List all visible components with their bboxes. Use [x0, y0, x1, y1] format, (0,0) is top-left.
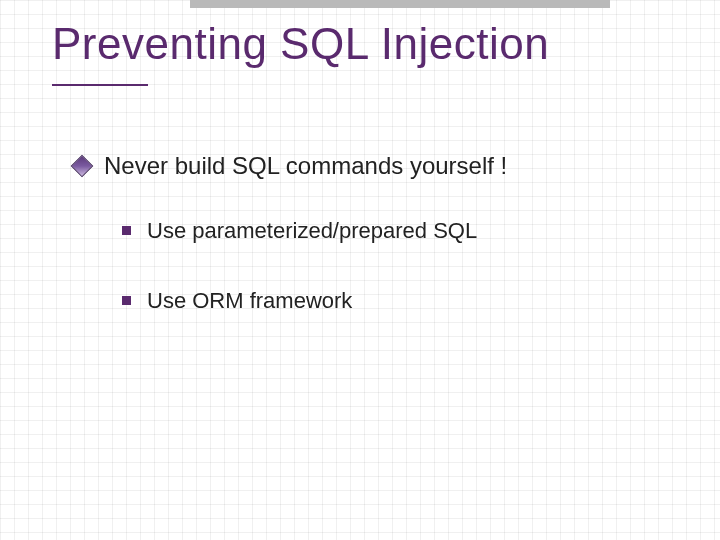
bullet-text: Never build SQL commands yourself !: [104, 150, 507, 182]
content-area: Never build SQL commands yourself ! Use …: [74, 150, 680, 356]
slide: Preventing SQL Injection Never build SQL…: [0, 0, 720, 540]
title-area: Preventing SQL Injection: [52, 20, 680, 68]
title-underline: [52, 84, 148, 86]
diamond-bullet-icon: [71, 155, 94, 178]
bullet-level2: Use ORM framework: [122, 286, 680, 316]
slide-title: Preventing SQL Injection: [52, 20, 680, 68]
bullet-level1: Never build SQL commands yourself !: [74, 150, 680, 182]
bullet-text: Use ORM framework: [147, 286, 352, 316]
bullet-level2: Use parameterized/prepared SQL: [122, 216, 680, 246]
square-bullet-icon: [122, 296, 131, 305]
slide-top-shadow: [190, 0, 610, 8]
square-bullet-icon: [122, 226, 131, 235]
bullet-text: Use parameterized/prepared SQL: [147, 216, 477, 246]
